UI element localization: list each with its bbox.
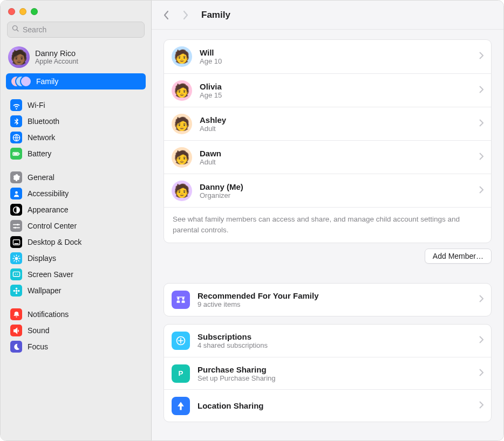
family-member-row[interactable]: 🧑WillAge 10 bbox=[164, 40, 491, 73]
chevron-right-icon bbox=[479, 119, 483, 129]
sidebar-item-general[interactable]: General bbox=[6, 169, 146, 185]
member-name: Dawn bbox=[200, 149, 472, 158]
sidebar-item-battery[interactable]: Battery bbox=[6, 146, 146, 162]
sidebar-item-label: Battery bbox=[28, 149, 51, 158]
sidebar-item-network[interactable]: Network bbox=[6, 129, 146, 146]
window-controls bbox=[1, 6, 151, 22]
sidebar-item-label: Screen Saver bbox=[28, 270, 73, 279]
recommended-title: Recommended For Your Family bbox=[197, 291, 472, 300]
feature-row-subscriptions[interactable]: Subscriptions4 shared subscriptions bbox=[164, 325, 491, 357]
sun-icon bbox=[10, 252, 22, 264]
member-name: Ashley bbox=[200, 115, 472, 125]
sidebar-item-focus[interactable]: Focus bbox=[6, 339, 146, 355]
p-icon bbox=[172, 364, 190, 383]
recommended-sub: 9 active items bbox=[197, 300, 472, 308]
sidebar-item-displays[interactable]: Displays bbox=[6, 250, 146, 266]
sidebar-item-accessibility[interactable]: Accessibility bbox=[6, 185, 146, 202]
family-member-row[interactable]: 🧑Danny (Me)Organizer bbox=[164, 174, 491, 207]
person-icon bbox=[10, 188, 22, 199]
sidebar-item-label: Accessibility bbox=[28, 189, 69, 198]
globe-icon bbox=[10, 132, 22, 143]
chevron-right-icon bbox=[479, 186, 483, 196]
apple-account-row[interactable]: 🧑🏾 Danny Rico Apple Account bbox=[1, 43, 151, 73]
sidebar-item-wallpaper[interactable]: Wallpaper bbox=[6, 282, 146, 299]
sidebar-item-label: Appearance bbox=[28, 205, 69, 214]
sidebar-item-desktop-dock[interactable]: Desktop & Dock bbox=[6, 234, 146, 250]
sidebar-item-label: Wallpaper bbox=[28, 286, 62, 295]
sidebar-item-label: Notifications bbox=[28, 310, 69, 319]
member-name: Olivia bbox=[200, 82, 472, 91]
sidebar-item-appearance[interactable]: Appearance bbox=[6, 202, 146, 218]
sidebar-item-label: Network bbox=[28, 133, 55, 142]
chevron-right-icon bbox=[479, 401, 483, 411]
chevron-right-icon bbox=[479, 86, 483, 95]
member-sub: Age 10 bbox=[200, 57, 472, 65]
feature-row-purchase-sharing[interactable]: Purchase SharingSet up Purchase Sharing bbox=[164, 357, 491, 389]
forward-button[interactable] bbox=[181, 10, 190, 20]
feature-sub: 4 shared subscriptions bbox=[197, 341, 472, 349]
member-sub: Adult bbox=[200, 125, 472, 133]
sidebar-item-control-center[interactable]: Control Center bbox=[6, 218, 146, 234]
chevron-right-icon bbox=[479, 336, 483, 346]
account-avatar: 🧑🏾 bbox=[8, 46, 30, 68]
member-sub: Organizer bbox=[200, 191, 472, 199]
family-member-row[interactable]: 🧑OliviaAge 15 bbox=[164, 73, 491, 107]
recommended-row[interactable]: Recommended For Your Family 9 active ite… bbox=[164, 284, 491, 316]
account-name: Danny Rico bbox=[35, 49, 78, 58]
search-field[interactable] bbox=[7, 22, 145, 38]
chevron-right-icon bbox=[479, 153, 483, 162]
family-members-card: 🧑WillAge 10🧑OliviaAge 15🧑AshleyAdult🧑Daw… bbox=[164, 39, 492, 243]
member-avatar: 🧑 bbox=[172, 80, 192, 101]
family-member-row[interactable]: 🧑AshleyAdult bbox=[164, 107, 491, 140]
main-pane: Family 🧑WillAge 10🧑OliviaAge 15🧑AshleyAd… bbox=[152, 1, 503, 440]
chevron-right-icon bbox=[479, 369, 483, 378]
sidebar-item-label: Control Center bbox=[28, 222, 77, 230]
sidebar-nav: Family Wi-FiBluetoothNetworkBatteryGener… bbox=[1, 73, 151, 440]
add-member-button[interactable]: Add Member… bbox=[425, 249, 492, 264]
arrow-icon bbox=[172, 397, 190, 415]
members-footnote: See what family members can access and s… bbox=[164, 207, 491, 243]
back-button[interactable] bbox=[161, 10, 171, 20]
member-avatar: 🧑 bbox=[172, 181, 192, 201]
sidebar-item-label: Sound bbox=[28, 326, 49, 335]
sidebar-item-notifications[interactable]: Notifications bbox=[6, 306, 146, 322]
close-window-button[interactable] bbox=[8, 8, 15, 15]
feature-sub: Set up Purchase Sharing bbox=[197, 374, 472, 382]
member-avatar: 🧑 bbox=[172, 46, 192, 67]
sidebar: 🧑🏾 Danny Rico Apple Account Family Wi-Fi… bbox=[1, 1, 152, 440]
bluetooth-icon bbox=[10, 115, 22, 127]
wifi-icon bbox=[10, 99, 22, 111]
flower-icon bbox=[10, 285, 22, 297]
sidebar-item-screen-saver[interactable]: Screen Saver bbox=[6, 266, 146, 282]
sidebar-item-label: Family bbox=[36, 77, 58, 86]
member-name: Danny (Me) bbox=[200, 182, 472, 191]
search-input[interactable] bbox=[23, 25, 140, 34]
sidebar-item-sound[interactable]: Sound bbox=[6, 322, 146, 339]
dock-icon bbox=[10, 236, 22, 248]
feature-title: Purchase Sharing bbox=[197, 365, 472, 374]
minimize-window-button[interactable] bbox=[19, 8, 26, 15]
sidebar-item-family[interactable]: Family bbox=[6, 73, 146, 89]
member-sub: Adult bbox=[200, 158, 472, 166]
family-member-row[interactable]: 🧑DawnAdult bbox=[164, 140, 491, 174]
recommended-card: Recommended For Your Family 9 active ite… bbox=[164, 283, 492, 316]
sliders-icon bbox=[10, 220, 22, 232]
settings-window: 🧑🏾 Danny Rico Apple Account Family Wi-Fi… bbox=[1, 1, 503, 440]
plus-circle-icon bbox=[172, 332, 190, 350]
content-scroll[interactable]: 🧑WillAge 10🧑OliviaAge 15🧑AshleyAdult🧑Daw… bbox=[152, 30, 503, 434]
battery-icon bbox=[10, 148, 22, 160]
zoom-window-button[interactable] bbox=[31, 8, 38, 15]
family-group-icon bbox=[172, 291, 190, 309]
page-title: Family bbox=[201, 10, 230, 20]
sidebar-item-wi-fi[interactable]: Wi-Fi bbox=[6, 97, 146, 113]
sidebar-item-label: Desktop & Dock bbox=[28, 238, 81, 246]
search-icon bbox=[12, 25, 23, 35]
half-icon bbox=[10, 204, 22, 216]
sidebar-item-label: Bluetooth bbox=[28, 117, 59, 126]
moon-icon bbox=[10, 341, 22, 353]
member-avatar: 🧑 bbox=[172, 114, 192, 134]
member-avatar: 🧑 bbox=[172, 147, 192, 168]
feature-row-location-sharing[interactable]: Location Sharing bbox=[164, 389, 491, 422]
sidebar-item-bluetooth[interactable]: Bluetooth bbox=[6, 113, 146, 129]
main-header: Family bbox=[152, 1, 503, 30]
